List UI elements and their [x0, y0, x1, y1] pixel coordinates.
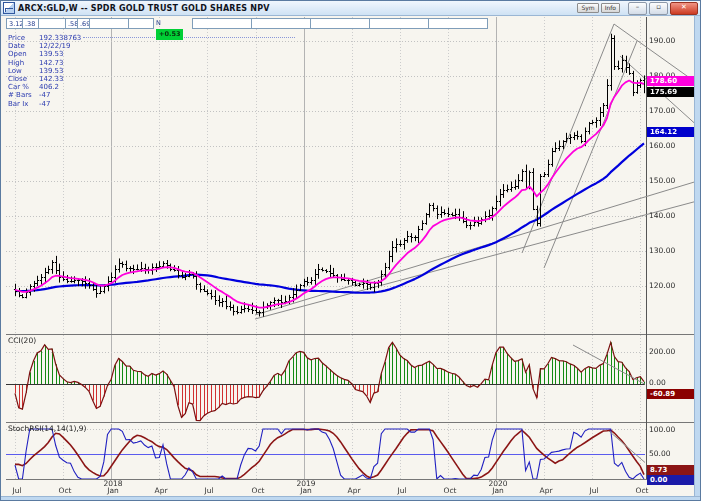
quote-field-7[interactable]: [128, 18, 154, 29]
price-tick-170: 170.00: [649, 106, 675, 115]
x-tick-jul20: Jul: [581, 487, 607, 494]
x-tick-jul18: Jul: [196, 487, 222, 494]
x-tick-jan19: 2019Jan: [293, 480, 319, 494]
x-tick-oct18: Oct: [245, 487, 271, 494]
close-button[interactable]: ✕: [670, 2, 698, 15]
quote-field-1[interactable]: 3.12: [6, 18, 23, 29]
price-tick-150: 150.00: [649, 176, 675, 185]
quote-field-9[interactable]: [251, 18, 311, 29]
x-tick-jan18: 2018Jan: [100, 480, 126, 494]
legend-low: 139.53: [39, 67, 64, 75]
x-tick-jul19: Jul: [389, 487, 415, 494]
price-tick-140: 140.00: [649, 211, 675, 220]
legend-high: 142.73: [39, 59, 64, 67]
title-bar[interactable]: ARCX:GLD,W -- SPDR GOLD TRUST GOLD SHARE…: [1, 1, 701, 16]
price-tick-130: 130.00: [649, 246, 675, 255]
maximize-button[interactable]: ▫: [649, 2, 668, 15]
sym-button[interactable]: Sym: [577, 3, 598, 13]
slow-ma-price-flag: 164.12: [647, 127, 695, 137]
data-window-legend: Price192.338763 Date12/22/19 Open139.53 …: [8, 34, 295, 108]
fast-ma-price-flag: 178.60: [647, 76, 695, 86]
window-title: ARCX:GLD,W -- SPDR GOLD TRUST GOLD SHARE…: [18, 4, 270, 13]
cci-indicator-label[interactable]: CCI(20): [8, 336, 36, 345]
legend-num-bars: -47: [39, 91, 50, 99]
minimize-button[interactable]: –: [628, 2, 647, 15]
price-tick-160: 160.00: [649, 141, 675, 150]
stochrsi-indicator-label[interactable]: StochRSI(14,14(1),9): [8, 424, 86, 433]
legend-close: 142.33: [39, 75, 64, 83]
quote-field-6[interactable]: [89, 18, 129, 29]
x-tick-oct17: Oct: [52, 487, 78, 494]
net-change-value: +0.53: [156, 29, 183, 40]
quote-field-2[interactable]: .38: [22, 18, 39, 29]
legend-date: 12/22/19: [39, 42, 70, 50]
price-tick-190: 190.00: [649, 36, 675, 45]
chart-app-icon: [3, 2, 15, 14]
quote-field-8[interactable]: [192, 18, 252, 29]
stoch-tick-100: 100.00: [649, 425, 675, 434]
quote-field-11[interactable]: [369, 18, 429, 29]
price-leader-line: [83, 37, 295, 38]
info-button[interactable]: Info: [601, 3, 620, 13]
x-tick-jul17: Jul: [4, 487, 30, 494]
net-change: N +0.53: [156, 18, 183, 29]
cci-tick-200: 200.00: [649, 347, 675, 356]
last-price-flag: 175.69: [647, 87, 695, 97]
stoch-d-value-flag: 8.73: [647, 465, 695, 475]
window-frame-right: [694, 16, 700, 501]
net-change-label: N: [156, 19, 161, 27]
legend-bar-ix: -47: [39, 100, 50, 108]
stoch-tick-50: 50.00: [649, 449, 670, 458]
cci-tick-0: 0.00: [649, 378, 666, 387]
window-frame-bottom: [1, 496, 701, 500]
chart-window: ARCX:GLD,W -- SPDR GOLD TRUST GOLD SHARE…: [0, 0, 701, 501]
stoch-k-value-flag: 0.00: [647, 475, 695, 485]
x-tick-apr20: Apr: [533, 487, 559, 494]
x-tick-apr19: Apr: [341, 487, 367, 494]
legend-price: 192.338763: [39, 34, 81, 42]
price-tick-120: 120.00: [649, 281, 675, 290]
x-tick-jan20: 2020Jan: [485, 480, 511, 494]
quote-field-12[interactable]: [428, 18, 488, 29]
x-tick-oct20: Oct: [629, 487, 655, 494]
x-tick-oct19: Oct: [437, 487, 463, 494]
quote-field-10[interactable]: [310, 18, 370, 29]
legend-car-pct: 406.2: [39, 83, 59, 91]
cci-value-flag: -60.89: [647, 389, 695, 399]
quote-field-3[interactable]: [38, 18, 66, 29]
x-tick-apr18: Apr: [148, 487, 174, 494]
legend-open: 139.53: [39, 50, 64, 58]
